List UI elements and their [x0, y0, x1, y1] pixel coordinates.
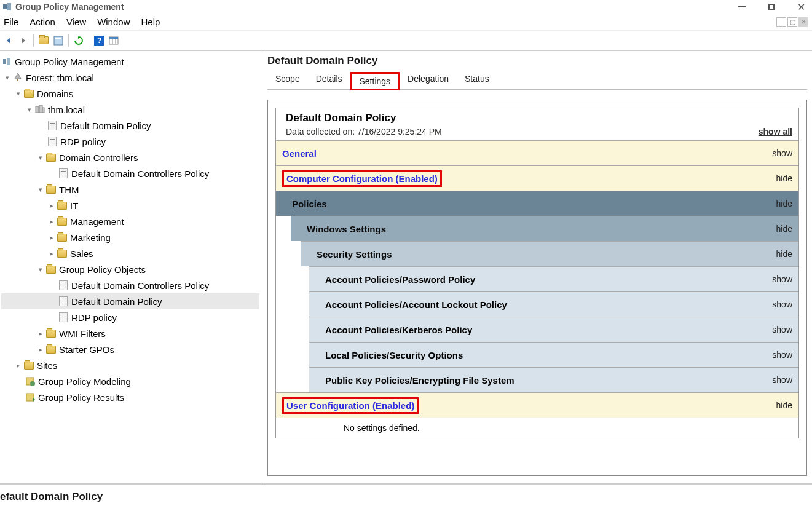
tree-item-selected[interactable]: Default Domain Policy — [1, 293, 259, 309]
action-hide[interactable]: hide — [776, 199, 792, 208]
menu-view[interactable]: View — [66, 17, 86, 27]
action-show[interactable]: show — [772, 375, 792, 385]
tree-gpo-default-dc[interactable]: Default Domain Controllers Policy — [71, 280, 209, 291]
menu-file[interactable]: File — [4, 17, 18, 27]
chevron-down-icon[interactable]: ▾ — [2, 74, 12, 82]
policy-item[interactable]: Account Policies/Account Lockout Policy — [325, 299, 507, 310]
tree-management[interactable]: Management — [70, 216, 124, 227]
chevron-right-icon[interactable]: ▸ — [14, 362, 23, 370]
section-security-settings[interactable]: Security Settings — [317, 249, 392, 260]
menu-help[interactable]: Help — [141, 17, 160, 27]
action-show[interactable]: show — [772, 148, 792, 158]
tree-forest[interactable]: Forest: thm.local — [26, 73, 94, 83]
action-show[interactable]: show — [772, 299, 792, 309]
gpo-icon — [58, 280, 69, 291]
chevron-right-icon[interactable]: ▸ — [36, 330, 45, 338]
chevron-down-icon[interactable]: ▾ — [14, 90, 23, 98]
svg-text:?: ? — [97, 36, 101, 45]
tree-gpo-rdp[interactable]: RDP policy — [71, 312, 117, 323]
tree-gpo[interactable]: Group Policy Objects — [59, 264, 146, 275]
chevron-down-icon[interactable]: ▾ — [36, 154, 45, 162]
section-computer-config[interactable]: Computer Configuration (Enabled) — [286, 173, 438, 184]
policy-item[interactable]: Account Policies/Kerberos Policy — [325, 325, 472, 335]
chevron-right-icon[interactable]: ▸ — [47, 250, 57, 258]
policy-item[interactable]: Public Key Policies/Encrypting File Syst… — [325, 375, 514, 386]
ou-icon — [45, 184, 57, 195]
tab-details[interactable]: Details — [308, 71, 350, 89]
tree-thm[interactable]: THM — [59, 184, 79, 195]
columns-icon[interactable] — [108, 34, 120, 47]
mdi-minimize-button[interactable]: _ — [776, 17, 786, 27]
menu-window[interactable]: Window — [97, 17, 130, 27]
tree-default-domain-policy[interactable]: Default Domain Policy — [60, 121, 151, 131]
chevron-down-icon[interactable]: ▾ — [36, 266, 45, 274]
minimize-button[interactable] — [733, 1, 751, 13]
mdi-restore-button[interactable]: ▢ — [787, 17, 797, 27]
tree-default-dc-policy[interactable]: Default Domain Controllers Policy — [71, 168, 209, 179]
chevron-right-icon[interactable]: ▸ — [47, 234, 57, 242]
tree-sites[interactable]: Sites — [37, 360, 57, 371]
tree-gpo-default-domain[interactable]: Default Domain Policy — [71, 296, 162, 307]
section-windows-settings[interactable]: Windows Settings — [307, 224, 386, 234]
svg-rect-1 — [7, 3, 11, 10]
tree[interactable]: Group Policy Management ▾Forest: thm.loc… — [1, 53, 259, 405]
chevron-right-icon[interactable]: ▸ — [47, 202, 57, 210]
refresh-icon[interactable] — [73, 34, 85, 47]
tree-starter[interactable]: Starter GPOs — [59, 344, 114, 355]
bottom-bar: efault Domain Policy — [0, 484, 812, 512]
tree-modeling[interactable]: Group Policy Modeling — [38, 376, 131, 387]
tree-domains[interactable]: Domains — [37, 89, 73, 99]
ou-icon — [57, 216, 68, 227]
section-policies[interactable]: Policies — [292, 199, 327, 209]
tab-scope[interactable]: Scope — [267, 71, 308, 89]
policy-item[interactable]: Local Policies/Security Options — [325, 350, 463, 360]
tree-root[interactable]: Group Policy Management — [15, 57, 124, 67]
tree-it[interactable]: IT — [70, 200, 78, 211]
report-wrapper: Default Domain Policy Data collected on:… — [267, 100, 807, 476]
content-title: Default Domain Policy — [267, 55, 807, 67]
chevron-down-icon[interactable]: ▾ — [36, 186, 45, 194]
help-icon[interactable]: ? — [93, 34, 105, 47]
back-icon[interactable] — [2, 34, 15, 47]
section-general[interactable]: General — [282, 148, 317, 159]
show-all-link[interactable]: show all — [759, 127, 792, 137]
action-hide[interactable]: hide — [776, 400, 792, 410]
properties-icon[interactable] — [52, 34, 65, 47]
chevron-right-icon[interactable]: ▸ — [47, 218, 57, 226]
maximize-button[interactable] — [763, 1, 780, 13]
chevron-down-icon[interactable]: ▾ — [25, 106, 34, 114]
tree-wmi[interactable]: WMI Filters — [59, 328, 106, 339]
action-show[interactable]: show — [772, 325, 792, 335]
section-user-config[interactable]: User Configuration (Enabled) — [286, 400, 414, 411]
action-hide[interactable]: hide — [776, 173, 792, 183]
tree-domain-controllers[interactable]: Domain Controllers — [59, 153, 138, 163]
section-computer-config-highlight: Computer Configuration (Enabled) — [282, 170, 442, 187]
tab-delegation[interactable]: Delegation — [400, 71, 457, 89]
tree-domain-name[interactable]: thm.local — [48, 105, 85, 115]
svg-rect-12 — [109, 37, 118, 39]
up-folder-icon[interactable] — [37, 34, 50, 47]
mdi-close-button[interactable]: ✕ — [798, 17, 808, 27]
app-icon — [2, 2, 12, 12]
chevron-right-icon[interactable]: ▸ — [36, 346, 45, 354]
tree-rdp-policy[interactable]: RDP policy — [60, 137, 106, 147]
ou-icon — [57, 248, 68, 259]
policy-item[interactable]: Account Policies/Password Policy — [325, 274, 475, 285]
tab-status[interactable]: Status — [457, 71, 497, 89]
results-icon — [25, 392, 36, 403]
tab-settings[interactable]: Settings — [350, 72, 400, 90]
report-name: Default Domain Policy — [286, 112, 792, 124]
close-window-button[interactable]: ✕ — [792, 1, 810, 13]
action-show[interactable]: show — [772, 274, 792, 284]
action-hide[interactable]: hide — [776, 224, 792, 234]
tree-sales[interactable]: Sales — [70, 248, 93, 259]
tree-marketing[interactable]: Marketing — [70, 232, 111, 243]
action-show[interactable]: show — [772, 350, 792, 360]
domain-icon — [34, 104, 45, 115]
tree-pane: Group Policy Management ▾Forest: thm.loc… — [0, 50, 261, 483]
menu-action[interactable]: Action — [30, 17, 55, 27]
action-hide[interactable]: hide — [776, 249, 792, 259]
forward-icon[interactable] — [17, 34, 30, 47]
gpo-link-icon — [47, 136, 58, 147]
tree-results[interactable]: Group Policy Results — [38, 392, 124, 403]
